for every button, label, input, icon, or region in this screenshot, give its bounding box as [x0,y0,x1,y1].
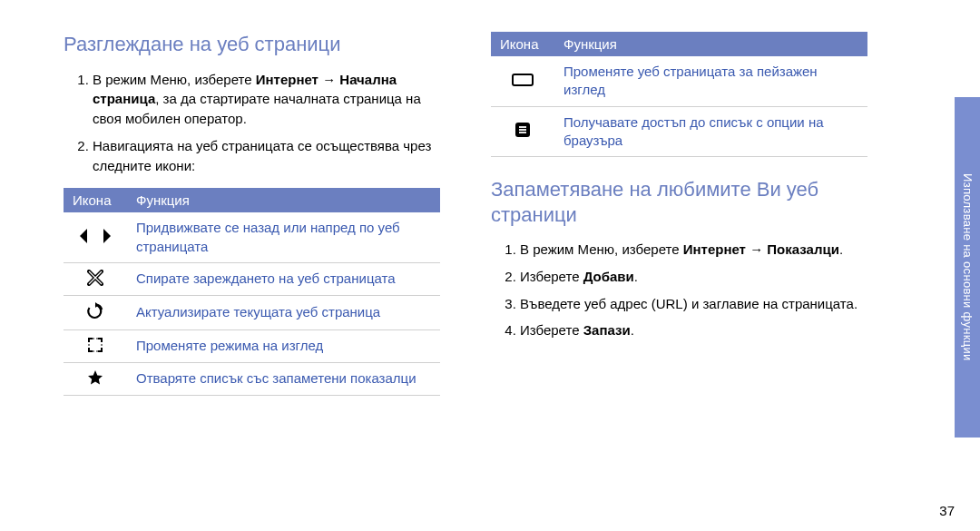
svg-marker-1 [103,229,111,243]
right-column: Икона Функция [491,32,867,396]
fn-text: Променяте режима на изглед [127,329,440,362]
heading-bookmark: Запаметяване на любимите Ви уеб страници [491,177,867,227]
fn-text: Получавате достъп до списък с опции на б… [554,106,867,157]
page-content: Разглеждане на уеб страници В режим Меню… [0,0,980,396]
browse-steps: В режим Меню, изберете Интернет → Началн… [64,70,440,176]
bookmark-step-2: Изберете Добави. [520,267,867,287]
fn-text: Спирате зареждането на уеб страницата [127,262,440,295]
bookmark-steps: В режим Меню, изберете Интернет → Показа… [491,240,867,340]
page-number: 37 [939,503,955,518]
table-row: Получавате достъп до списък с опции на б… [491,106,867,157]
stop-x-icon [87,270,103,286]
th-func: Функция [127,188,440,212]
list-menu-icon [514,121,532,139]
fn-text: Отваряте списък със запаметени показалци [127,362,440,395]
svg-marker-0 [80,229,87,243]
table-row: Придвижвате се назад или напред по уеб с… [64,212,440,262]
th-icon: Икона [491,32,554,56]
star-icon [87,369,103,386]
view-expand-icon [87,337,103,353]
svg-marker-10 [88,370,103,385]
th-icon: Икона [64,188,127,212]
table-row: Отваряте списък със запаметени показалци [64,362,440,395]
fn-text: Придвижвате се назад или напред по уеб с… [127,212,440,262]
table-row: Променяте уеб страницата за пейзажен изг… [491,56,867,106]
bookmark-step-1: В режим Меню, изберете Интернет → Показа… [520,240,867,260]
fn-text: Променяте уеб страницата за пейзажен изг… [554,56,867,106]
fn-text: Актуализирате текущата уеб страница [127,295,440,329]
bookmark-step-3: Въведете уеб адрес (URL) и заглавие на с… [520,294,867,314]
browse-step-2: Навигацията на уеб страницата се осъщест… [93,136,440,176]
table-row: Променяте режима на изглед [64,329,440,362]
icon-table-left: Икона Функция Придвижвате се назад и [64,188,440,396]
side-tab: Използване на основни функции [955,97,980,438]
refresh-icon [86,302,104,320]
landscape-icon [512,72,534,88]
browse-step-1: В режим Меню, изберете Интернет → Началн… [93,70,440,129]
heading-browse: Разглеждане на уеб страници [64,32,440,57]
svg-rect-9 [89,339,102,351]
bookmark-step-4: Изберете Запази. [520,320,867,340]
th-func: Функция [554,32,867,56]
nav-arrows-icon [80,229,111,243]
icon-table-right: Икона Функция [491,32,867,157]
left-column: Разглеждане на уеб страници В режим Меню… [64,32,440,396]
table-row: Спирате зареждането на уеб страницата [64,262,440,295]
table-row: Актуализирате текущата уеб страница [64,295,440,329]
